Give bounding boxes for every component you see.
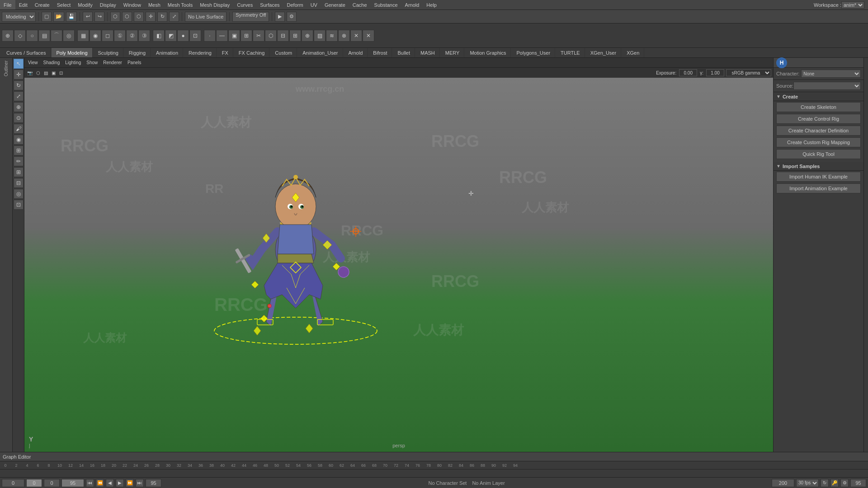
resolution-gate-btn[interactable]: ⊡ — [58, 70, 64, 75]
tab-bullet[interactable]: Bullet — [393, 48, 415, 57]
menu-window[interactable]: Window — [120, 0, 145, 9]
soft-select-icon[interactable]: ⊙ — [14, 113, 24, 123]
camera-select-btn[interactable]: 📷 — [26, 70, 33, 75]
playback-frame-input[interactable] — [44, 479, 60, 487]
tab-arnold[interactable]: Arnold — [344, 48, 368, 57]
vertex-mode-btn[interactable]: · — [204, 30, 216, 42]
menu-select[interactable]: Select — [53, 0, 75, 9]
timeline-options-btn[interactable]: ⚙ — [840, 479, 849, 487]
mode-select[interactable]: Modeling — [2, 12, 36, 22]
select-tool-icon[interactable]: ↖ — [14, 59, 24, 69]
measure-icon[interactable]: ⊞ — [14, 145, 24, 155]
merge-btn[interactable]: ⊕ — [302, 30, 313, 42]
tab-rigging[interactable]: Rigging — [124, 48, 151, 57]
tab-mery[interactable]: MERY — [441, 48, 465, 57]
tab-mash[interactable]: MASH — [416, 48, 440, 57]
view-menu-btn[interactable]: View — [26, 60, 40, 65]
save-btn[interactable]: 💾 — [66, 12, 77, 22]
symmetry-toggle[interactable]: Symmetry Off — [232, 12, 269, 22]
display-quality1-btn[interactable]: ① — [114, 30, 126, 42]
menu-mesh-display[interactable]: Mesh Display — [196, 0, 233, 9]
menu-deform[interactable]: Deform — [283, 0, 307, 9]
menu-curves[interactable]: Curves — [233, 0, 256, 9]
delete-edge-btn[interactable]: ✕ — [363, 30, 374, 42]
current-frame-input[interactable] — [26, 479, 42, 487]
tab-motion-graphics[interactable]: Motion Graphics — [465, 48, 511, 57]
end-range-input[interactable] — [146, 479, 161, 487]
relax-btn[interactable]: ✕ — [350, 30, 362, 42]
total-frames-input[interactable] — [772, 479, 794, 487]
import-animation-btn[interactable]: Import Animation Example — [776, 183, 861, 193]
tab-animation-user[interactable]: Animation_User — [298, 48, 343, 57]
rotate-tool-icon[interactable]: ↻ — [14, 80, 24, 90]
lighting-menu-btn[interactable]: Lighting — [63, 60, 83, 65]
tab-fx-caching[interactable]: FX Caching — [234, 48, 269, 57]
tab-animation[interactable]: Animation — [151, 48, 183, 57]
display-wireframe-btn[interactable]: ▦ — [77, 30, 89, 42]
paint-btn[interactable]: ⬡ — [134, 12, 144, 22]
tab-fx[interactable]: FX — [217, 48, 233, 57]
redo-btn[interactable]: ↪ — [94, 12, 104, 22]
display-quality3-btn[interactable]: ③ — [138, 30, 150, 42]
menu-modify[interactable]: Modify — [74, 0, 96, 9]
snap-edge-btn[interactable]: ◇ — [14, 30, 26, 42]
smooth-tool-btn[interactable]: ≋ — [326, 30, 338, 42]
snap-grid-btn[interactable]: ▤ — [38, 30, 50, 42]
source-dropdown[interactable] — [793, 82, 861, 90]
universal-tool-icon[interactable]: ⊕ — [14, 102, 24, 112]
display-smooth-btn[interactable]: ◉ — [90, 30, 101, 42]
import-human-ik-btn[interactable]: Import Human IK Example — [776, 172, 861, 182]
paint-tool-icon[interactable]: 🖌 — [14, 124, 24, 134]
tab-polygons-user[interactable]: Polygons_User — [512, 48, 555, 57]
prev-key-btn[interactable]: ⏪ — [96, 479, 104, 487]
face-mode-btn[interactable]: ▣ — [228, 30, 240, 42]
create-character-def-btn[interactable]: Create Character Definition — [776, 126, 861, 136]
import-section-header[interactable]: ▼ Import Samples — [774, 162, 863, 171]
snap-vertex-btn[interactable]: ⊕ — [2, 30, 14, 42]
current-frame-right-input[interactable] — [850, 479, 866, 487]
target-weld-btn[interactable]: ⊗ — [338, 30, 350, 42]
shading-menu-btn[interactable]: Shading — [42, 60, 62, 65]
timeline-ruler[interactable]: 0 2 4 6 8 10 12 14 16 18 20 22 24 26 28 … — [0, 461, 868, 469]
create-control-rig-btn[interactable]: Create Control Rig — [776, 114, 861, 124]
play-forward-btn[interactable]: ▶ — [116, 479, 124, 487]
view-select-btn[interactable]: ⬡ — [35, 70, 41, 75]
menu-display[interactable]: Display — [96, 0, 120, 9]
fps-select[interactable]: 30 fps — [796, 479, 819, 487]
renderer-menu-btn[interactable]: Renderer — [101, 60, 124, 65]
annotation-icon[interactable]: ✏ — [14, 156, 24, 166]
grid-btn[interactable]: ▤ — [43, 70, 49, 75]
exposure-input[interactable] — [679, 69, 697, 76]
menu-file[interactable]: File — [0, 0, 15, 9]
menu-help[interactable]: Help — [423, 0, 440, 9]
shading-default-btn[interactable]: ◧ — [153, 30, 165, 42]
edge-mode-btn[interactable]: — — [216, 30, 228, 42]
scene-area[interactable]: www.rrcg.cn RRCG 人人素材 RRCG RRCG 人人素材 RRC… — [24, 78, 773, 452]
open-btn[interactable]: 📂 — [53, 12, 64, 22]
move-btn[interactable]: ✛ — [146, 12, 156, 22]
tab-custom[interactable]: Custom — [270, 48, 297, 57]
live-surface-btn[interactable]: No Live Surface — [185, 12, 226, 22]
menu-arnold[interactable]: Arnold — [401, 0, 423, 9]
workspace-select[interactable]: anim* — [841, 1, 864, 9]
undo-btn[interactable]: ↩ — [83, 12, 93, 22]
menu-uv[interactable]: UV — [307, 0, 321, 9]
scale-btn[interactable]: ⤢ — [169, 12, 179, 22]
tab-rendering[interactable]: Rendering — [184, 48, 217, 57]
create-custom-mapping-btn[interactable]: Create Custom Rig Mapping — [776, 137, 861, 147]
shading-flat-btn[interactable]: ◩ — [165, 30, 177, 42]
goto-start-btn[interactable]: ⏮ — [86, 479, 94, 487]
snap-object-btn[interactable]: ◎ — [63, 30, 75, 42]
gamma-input[interactable] — [706, 69, 724, 76]
render-btn[interactable]: ▶ — [275, 12, 285, 22]
snap-icon2[interactable]: ⊡ — [14, 200, 24, 210]
tab-turtle[interactable]: TURTLE — [556, 48, 585, 57]
tab-curves-surfaces[interactable]: Curves / Surfaces — [2, 48, 51, 57]
group-icon[interactable]: ⊞ — [14, 167, 24, 177]
new-scene-btn[interactable]: ▢ — [42, 12, 52, 22]
snap-curve-btn[interactable]: ⌒ — [51, 30, 62, 42]
show-menu-btn[interactable]: Show — [85, 60, 99, 65]
key-filter-btn[interactable]: 🔑 — [830, 479, 839, 487]
menu-surfaces[interactable]: Surfaces — [256, 0, 283, 9]
pivot-icon[interactable]: ◎ — [14, 189, 24, 199]
